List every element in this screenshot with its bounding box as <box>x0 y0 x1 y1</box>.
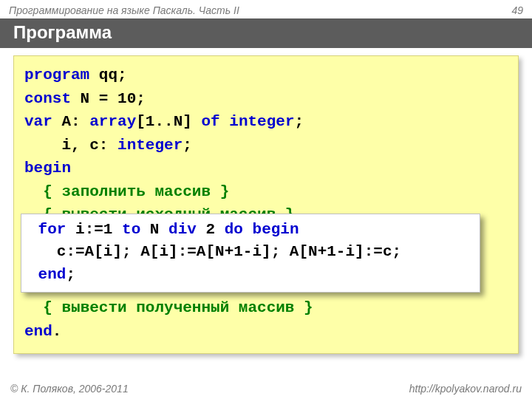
slide: Программирование на языке Паскаль. Часть… <box>0 0 532 399</box>
code-line: { заполнить массив } <box>24 180 508 204</box>
code-line: { вывести полученный массив } <box>24 296 508 320</box>
slide-footer: © К. Поляков, 2006-2011 http://kpolyakov… <box>0 383 532 395</box>
code-line: program qq; <box>24 64 508 87</box>
code-line: i, c: integer; <box>24 134 508 157</box>
main-code-box: program qq; const N = 10; var A: array[1… <box>13 55 519 354</box>
copyright: © К. Поляков, 2006-2011 <box>10 383 129 395</box>
website-url: http://kpolyakov.narod.ru <box>409 383 522 395</box>
slide-header: Программирование на языке Паскаль. Часть… <box>0 0 532 18</box>
page-number: 49 <box>511 4 523 16</box>
code-line: for i:=1 to N div 2 do begin <box>29 219 472 241</box>
code-line: c:=A[i]; A[i]:=A[N+1-i]; A[N+1-i]:=c; <box>29 241 472 263</box>
highlighted-code-box: for i:=1 to N div 2 do begin c:=A[i]; A[… <box>21 214 480 293</box>
content-area: program qq; const N = 10; var A: array[1… <box>0 48 532 354</box>
code-line: end. <box>24 320 508 344</box>
code-line: var A: array[1..N] of integer; <box>24 110 508 134</box>
code-line: const N = 10; <box>24 87 508 111</box>
code-line: begin <box>24 157 508 180</box>
code-line: end; <box>29 264 472 286</box>
course-title: Программирование на языке Паскаль. Часть… <box>9 4 239 16</box>
slide-title: Программа <box>0 18 532 48</box>
